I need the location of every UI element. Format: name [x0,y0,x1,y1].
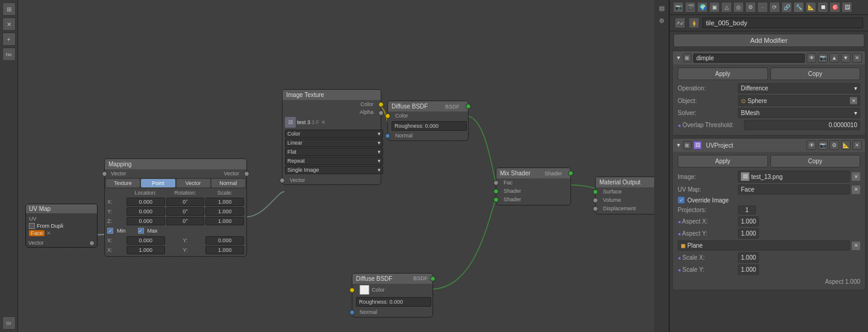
img-tex-projection[interactable]: Flat▾ [285,148,383,156]
toolbar-icon-scene[interactable]: 🎬 [685,2,696,13]
bool-solver-value: BMesh ▾ [738,108,860,118]
face-tag[interactable]: Face [29,230,45,236]
bool-up-icon[interactable]: ▲ [829,53,839,63]
uvp-render-icon[interactable]: 📷 [818,140,828,150]
sidebar-icon-add[interactable]: + [2,33,16,46]
toolbar-icon-object[interactable]: ▣ [709,2,720,13]
bool-down-icon[interactable]: ▼ [841,53,851,63]
mapping-min-checkbox[interactable]: ✓ [107,228,113,234]
mapping-tab-normal[interactable]: Normal [211,179,245,187]
img-tex-interpolation[interactable]: Linear▾ [285,139,383,147]
uvp-uvmap-dropdown[interactable]: Face [738,184,850,195]
uvp-projectors-value[interactable]: 1 [738,205,756,215]
uvp-aspect-y-value[interactable]: 1.000 [738,228,759,239]
mapping-max-checkbox[interactable]: ✓ [138,228,144,234]
sidebar-icon-gr[interactable]: Gr [2,316,16,330]
uvp-override-checkbox[interactable]: ✓ [678,196,685,204]
mapping-min-y-val[interactable]: 0.000 [205,236,244,245]
mapping-loc-x[interactable]: 0.000 [126,198,165,206]
uvp-copy-button[interactable]: Copy [770,155,861,168]
toolbar-icon-mesh[interactable]: △ [721,2,732,13]
uvp-modifier-name: UVProject [704,142,805,149]
mapping-scale-z[interactable]: 1.000 [205,217,244,225]
mapping-tab-vector[interactable]: Vector [176,179,210,187]
uvp-scale-x-value[interactable]: 1.000 [738,252,759,263]
bool-object-label: Object: [678,98,738,104]
mapping-max-y-val[interactable]: 1.000 [205,246,244,254]
mapping-max-y-label: Y: [166,247,205,253]
sidebar-icon-ne[interactable]: Ne [2,48,16,61]
left-sidebar: ⊞ ✕ + Ne Gr [0,0,18,332]
from-dupli-checkbox[interactable] [29,223,35,229]
uvp-settings-icon[interactable]: ⚙ [829,140,839,150]
uvp-format-icon[interactable]: 📐 [841,140,851,150]
uvp-delete-icon[interactable]: ✕ [852,140,862,150]
toolbar-icon-modifiers[interactable]: 🔧 [793,2,804,13]
uvp-aspect-x-value[interactable]: 1.000 [738,216,759,227]
mapping-rot-y[interactable]: 0° [166,207,205,216]
mapping-rot-z[interactable]: 0° [166,217,205,225]
bool-object-dropdown[interactable]: ⊙ Sphere ✕ [738,95,860,106]
object-name-field[interactable]: tile_005_body [702,17,863,28]
object-mode-icon[interactable]: ↗↙ [675,17,685,28]
toolbar-icon-shape-keys[interactable]: 🎯 [829,2,840,13]
toolbar-icon-constraints[interactable]: 🔗 [781,2,792,13]
uvp-image-field[interactable]: 🖼 test_13.png [738,171,850,183]
toolbar-icon-render[interactable]: 📷 [673,2,684,13]
mapping-scale-y[interactable]: 1.000 [205,207,244,216]
texture-selector-row[interactable]: 🖼 test 3 3 F ✕ [283,116,381,129]
diffuse-bottom-roughness[interactable]: Roughness: 0.000 [356,297,431,307]
toolbar-icon-uvmaps[interactable]: 🖼 [841,2,852,13]
img-tex-extension[interactable]: Repeat▾ [285,157,383,165]
mapping-rot-x[interactable]: 0° [166,198,205,206]
mapping-scale-x[interactable]: 1.000 [205,198,244,206]
sidebar-icon-close[interactable]: ✕ [2,17,16,31]
toolbar-icon-particles[interactable]: · [757,2,768,13]
bool-apply-button[interactable]: Apply [678,67,768,80]
toolbar-icon-data[interactable]: 📐 [805,2,816,13]
bool-object-x-btn[interactable]: ✕ [850,97,857,104]
toolbar-icon-physics[interactable]: ⟳ [769,2,780,13]
mapping-col-rotation: Rotation: [166,190,205,196]
sidebar-icon-grid[interactable]: ⊞ [2,2,16,16]
panel-icon-filter[interactable]: ▤ [656,2,667,13]
toolbar-icon-material[interactable]: ◎ [733,2,744,13]
mapping-loc-y[interactable]: 0.000 [126,207,165,216]
uvp-apply-button[interactable]: Apply [678,155,768,168]
diffuse-bottom-color-swatch[interactable] [360,285,369,295]
bool-render-icon[interactable]: 📷 [818,53,828,63]
uvp-visibility-icon[interactable]: 👁 [807,140,816,150]
bool-operation-dropdown[interactable]: Difference ▾ [738,83,860,93]
toolbar-icon-texture[interactable]: ⚙ [745,2,756,13]
mapping-tab-point[interactable]: Point [141,179,175,187]
bool-delete-icon[interactable]: ✕ [852,53,862,63]
uvp-plane-field[interactable]: ◼ Plane [678,240,850,251]
uvp-uvmap-x-btn[interactable]: ✕ [852,186,860,194]
mapping-loc-z[interactable]: 0.000 [126,217,165,225]
diffuse-top-roughness[interactable]: Roughness: 0.000 [392,121,467,131]
bool-overlap-value[interactable]: 0.0000010 [744,120,860,130]
uvp-image-x-btn[interactable]: ✕ [852,172,860,181]
img-tex-source[interactable]: Single Image▾ [285,166,383,174]
texture-controls[interactable]: 3 F ✕ [311,119,326,125]
img-tex-color-mode[interactable]: Color▾ [285,130,383,138]
mix-shader-node: Mix Shader Shader Fac Shader Shader [496,168,571,205]
object-icon-btn[interactable]: ⧫ [688,17,699,28]
bool-visibility-icon[interactable]: 👁 [807,53,816,63]
panel-icon-settings[interactable]: ⚙ [656,15,667,26]
toolbar-icon-groups[interactable]: 🔲 [817,2,828,13]
uvp-expand-icon[interactable]: ▼ [676,142,681,148]
mapping-min-x[interactable]: 0.000 [126,236,165,245]
bool-modifier-name-input[interactable]: dimple [693,54,805,63]
bool-expand-icon[interactable]: ▼ [676,55,681,61]
node-editor-canvas[interactable]: UV Map UV From Dupli Face ✕ Vector [18,0,654,332]
bool-copy-button[interactable]: Copy [770,67,861,80]
uvp-scale-y-value[interactable]: 1.000 [738,265,759,275]
bool-solver-dropdown[interactable]: BMesh ▾ [738,108,860,118]
uvp-plane-x-btn[interactable]: ✕ [852,242,860,250]
add-modifier-button[interactable]: Add Modifier [673,34,864,47]
toolbar-icon-world[interactable]: 🌍 [697,2,708,13]
mapping-max-x[interactable]: 1.000 [126,246,165,254]
mapping-tab-texture[interactable]: Texture [106,179,140,187]
bool-object-row: Object: ⊙ Sphere ✕ [678,95,860,106]
